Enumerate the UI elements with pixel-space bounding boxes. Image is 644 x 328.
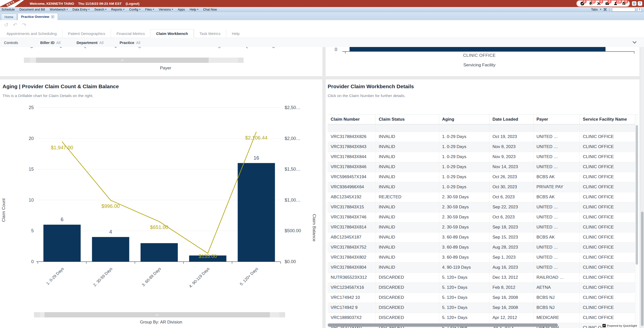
menubar-item-workbench[interactable]: Workbench▾ <box>50 8 68 11</box>
filter-practice[interactable]: PracticeAll <box>120 40 140 45</box>
claim-number-cell[interactable]: VRC3178843X752 <box>328 242 376 252</box>
fax-icon[interactable]: 5 <box>622 2 626 6</box>
menubar-item-search[interactable]: Search▾ <box>94 8 106 11</box>
filter-cell[interactable] <box>376 124 439 132</box>
scroll-right-button[interactable] <box>279 312 285 317</box>
scroll-track[interactable] <box>30 58 238 63</box>
menubar-item-versions[interactable]: Versions▾ <box>159 8 173 11</box>
table-cell: DISCARDED <box>376 303 439 313</box>
claim-number-cell[interactable]: VRC3178843X802 <box>328 252 376 262</box>
facility-bar[interactable] <box>350 47 605 51</box>
subtab-help[interactable]: Help <box>226 29 245 38</box>
bell-slash-icon[interactable]: 10 <box>589 2 593 6</box>
scroll-track[interactable] <box>40 312 279 317</box>
filter-value: All <box>99 40 104 45</box>
claim-number-cell[interactable]: VRC9364966X64 <box>328 182 376 192</box>
filter-cell[interactable] <box>439 124 489 132</box>
filter-cell[interactable] <box>580 124 635 132</box>
subtab-task-metrics[interactable]: Task Metrics <box>194 29 226 38</box>
table-vscrollbar[interactable] <box>635 115 638 328</box>
claim-number-cell[interactable]: NUTR365523X312 <box>328 272 376 283</box>
filter-cell[interactable] <box>328 124 376 132</box>
subtab-patient-demographics[interactable]: Patient Demographics <box>62 29 111 38</box>
cancel-x-icon[interactable]: 0 <box>597 2 601 6</box>
scroll-thumb[interactable] <box>328 323 558 327</box>
menubar-item-files[interactable]: Files▾ <box>145 8 154 11</box>
column-header-service-facility-name[interactable]: Service Facility Name <box>580 115 635 124</box>
gear-icon[interactable] <box>632 1 636 6</box>
claim-number-cell[interactable]: VRC3178843X15 <box>328 202 376 212</box>
column-header-payer[interactable]: Payer <box>533 115 580 124</box>
subtab-claim-workbench[interactable]: Claim Workbench <box>150 29 194 38</box>
tab-home[interactable]: Home <box>1 14 17 20</box>
scroll-thumb[interactable] <box>45 312 270 317</box>
menu-item-label: Document and Bill <box>19 8 45 11</box>
collapse-controls-chevron-icon[interactable] <box>633 40 637 44</box>
column-header-claim-number[interactable]: Claim Number <box>328 115 376 124</box>
column-header-date-loaded[interactable]: Date Loaded <box>489 115 533 124</box>
claim-number-cell[interactable]: VRC174942 10 <box>328 293 376 303</box>
close-icon[interactable]: × <box>51 15 54 18</box>
column-header-aging[interactable]: Aging <box>439 115 489 124</box>
menubar-help-icon[interactable]: ? <box>637 8 641 12</box>
menubar-item-config[interactable]: Config▾ <box>129 8 140 11</box>
claim-number-cell[interactable]: VRC1889037X2 <box>328 313 376 323</box>
bar-5-120-days[interactable] <box>238 163 275 262</box>
claim-number-cell[interactable]: VRC1234567X16 <box>328 283 376 293</box>
subtab-appointments-and-scheduling[interactable]: Appointments and Scheduling <box>1 29 62 38</box>
scroll-thumb[interactable] <box>636 125 638 265</box>
scroll-left-button[interactable] <box>34 312 40 317</box>
claim-number-cell[interactable]: VRC5969457X194 <box>328 172 376 182</box>
claim-number-cell[interactable]: VRC3178843X846 <box>328 162 376 172</box>
undo-icon[interactable]: ↶ <box>13 22 18 27</box>
claim-number-cell[interactable]: ABC12345X187 <box>328 232 376 242</box>
table-hscrollbar[interactable] <box>328 323 635 327</box>
filter-biller-id[interactable]: Biller IDAll <box>40 40 60 45</box>
facility-category-label: CLINIC OFFICE <box>379 53 580 58</box>
claim-number-cell[interactable]: VRC3178843X804 <box>328 262 376 272</box>
claim-number-cell[interactable]: VRC3178843X814 <box>328 222 376 232</box>
menubar-item-reports[interactable]: Reports▾ <box>111 8 124 11</box>
quick-search-input[interactable] <box>612 8 635 12</box>
logout-link[interactable]: (Logout) <box>126 2 139 6</box>
bar-3-60-89-days[interactable] <box>141 243 178 262</box>
menubar-item-data-entry[interactable]: Data Entry▾ <box>72 8 90 11</box>
expand-windows-icon[interactable] <box>603 8 607 11</box>
claim-number-cell[interactable]: VRC3178843X826 <box>328 132 376 142</box>
menubar-item-schedule[interactable]: Schedule <box>2 8 15 11</box>
filter-department[interactable]: DepartmentAll <box>77 40 103 45</box>
refresh-icon[interactable]: ↺ <box>4 22 9 27</box>
bar-2-30-59-days[interactable] <box>92 237 129 262</box>
claim-number-cell[interactable]: ABC12345X192 <box>328 192 376 202</box>
page-vscrollbar[interactable] <box>640 47 644 328</box>
claim-number-cell[interactable]: VRC3178843X844 <box>328 152 376 162</box>
column-header-claim-status[interactable]: Claim Status <box>376 115 439 124</box>
menubar-item-help[interactable]: Help▾ <box>190 8 198 11</box>
mail-icon[interactable]: 0 <box>605 2 609 6</box>
payer-axis-label: RA <box>245 47 252 49</box>
check-icon[interactable]: 0 <box>580 2 584 6</box>
menubar-item-chat-now[interactable]: Chat Now <box>203 8 217 11</box>
scroll-right-button[interactable] <box>238 58 244 63</box>
claim-number-cell[interactable]: VRC3178843X746 <box>328 212 376 222</box>
claim-number-cell[interactable]: VRC3178843X843 <box>328 142 376 152</box>
payer-axis-label: V <box>113 47 118 49</box>
subtab-financial-metrics[interactable]: Financial Metrics <box>111 29 150 38</box>
table-cell: BCBS AK <box>533 172 580 182</box>
menubar-item-apps[interactable]: Apps <box>178 8 185 11</box>
scroll-left-button[interactable] <box>24 58 30 63</box>
filter-cell[interactable] <box>533 124 580 132</box>
tab-practice-overview[interactable]: Practice Overview × <box>18 13 58 20</box>
help-icon[interactable]: ? <box>638 1 642 6</box>
filter-cell[interactable] <box>489 124 533 132</box>
scroll-thumb[interactable] <box>641 212 643 326</box>
menubar-item-document-and-bill[interactable]: Document and Bill <box>19 8 45 11</box>
person-icon[interactable]: 136 <box>614 2 618 6</box>
claim-number-cell[interactable]: VRC174942 9 <box>328 303 376 313</box>
scroll-thumb[interactable] <box>36 58 209 63</box>
table-cell: PRIVATE PAY <box>533 182 580 192</box>
bar-1-0-29-days[interactable] <box>44 225 81 262</box>
facility-axis-line <box>342 51 634 52</box>
tabs-menu[interactable]: Tabs <box>591 8 598 11</box>
redo-icon[interactable]: ↷ <box>22 22 26 27</box>
